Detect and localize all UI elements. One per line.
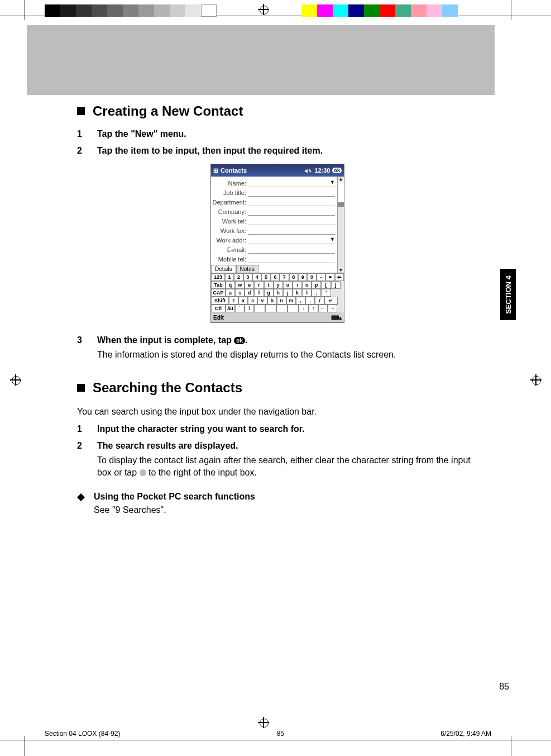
page-content: Creating a New Contact 1 Tap the "New" m… — [27, 25, 511, 696]
keyboard-key[interactable]: w — [235, 281, 245, 289]
keyboard-key[interactable]: n — [277, 297, 286, 305]
keyboard-key[interactable]: v — [257, 297, 267, 305]
keyboard-key[interactable]: m — [286, 297, 296, 305]
keyboard-key[interactable]: , — [296, 297, 305, 305]
keyboard-key[interactable]: e — [245, 281, 254, 289]
square-bullet-icon — [77, 384, 85, 392]
keyboard-key[interactable]: Tab — [211, 281, 226, 289]
pda-field-row[interactable]: Name:▼ — [212, 178, 336, 188]
keyboard-key[interactable]: k — [293, 289, 302, 297]
heading-searching-contacts: Searching the Contacts — [77, 380, 478, 396]
pda-tab-notes[interactable]: Notes — [236, 265, 258, 273]
keyboard-key[interactable]: 7 — [280, 273, 289, 281]
keyboard-key[interactable]: g — [264, 289, 274, 297]
keyboard-key[interactable]: z — [229, 297, 238, 305]
keyboard-key[interactable] — [276, 305, 288, 312]
keyboard-key[interactable]: c — [248, 297, 257, 305]
keyboard-key[interactable]: r — [254, 281, 263, 289]
step-1: 1 Tap the "New" menu. — [77, 129, 478, 139]
diamond-bullet-icon — [77, 489, 85, 497]
keyboard-key[interactable]: 5 — [261, 273, 270, 281]
pda-app-title: Contacts — [221, 167, 247, 174]
sub-body: See "9 Searches". — [94, 505, 478, 515]
keyboard-key[interactable]: = — [325, 273, 334, 281]
keyboard-key[interactable]: ; — [312, 289, 321, 297]
keyboard-key[interactable]: 8 — [289, 273, 298, 281]
keyboard-key[interactable]: ↵ — [324, 297, 338, 305]
pda-ok-button[interactable]: ok — [332, 168, 342, 173]
keyboard-key[interactable]: áü — [226, 305, 235, 312]
page-number: 85 — [499, 682, 509, 692]
pda-titlebar: ⊞ Contacts ◀ᛃ 12:30 ok — [211, 164, 344, 177]
pda-field-row[interactable]: E-mail: — [212, 245, 336, 254]
keyboard-key[interactable]: . — [305, 297, 315, 305]
keyboard-key[interactable]: 2 — [234, 273, 243, 281]
keyboard-key[interactable]: x — [238, 297, 248, 305]
keyboard-key[interactable] — [265, 305, 276, 312]
pda-tab-details[interactable]: Details — [211, 265, 236, 273]
keyboard-key[interactable]: y — [274, 281, 283, 289]
pda-field-row[interactable]: Work addr:▼ — [212, 235, 336, 245]
keyboard-key[interactable]: 0 — [307, 273, 316, 281]
keyboard-key[interactable]: d — [245, 289, 254, 297]
keyboard-key[interactable]: ← — [318, 305, 328, 312]
step-2: 2 Tap the item to be input, then input t… — [77, 146, 478, 156]
pda-scrollbar[interactable]: ▲▼ — [337, 177, 344, 273]
keyboard-key[interactable]: o — [302, 281, 312, 289]
keyboard-key[interactable]: / — [315, 297, 324, 305]
keyboard-key[interactable]: j — [283, 289, 293, 297]
keyboard-key[interactable]: h — [274, 289, 283, 297]
crop-marks-bottom — [0, 736, 551, 756]
color-swatches-color — [301, 4, 458, 17]
keyboard-key[interactable]: - — [317, 273, 325, 281]
keyboard-key[interactable]: Ctl — [211, 305, 226, 312]
pda-keyboard[interactable]: 1231234567890-=⬅Tabqwertyuiop[]CAPasdfgh… — [211, 273, 344, 312]
keyboard-key[interactable]: 123 — [211, 273, 225, 281]
crop-marks-top — [0, 0, 551, 20]
keyboard-toggle-icon[interactable]: ⌨▴ — [331, 315, 342, 321]
keyboard-key[interactable]: ` — [235, 305, 245, 312]
pda-field-row[interactable]: Job title: — [212, 188, 336, 197]
keyboard-key[interactable]: u — [283, 281, 293, 289]
keyboard-key[interactable]: [ — [321, 281, 330, 289]
keyboard-key[interactable]: Shift — [211, 297, 229, 305]
keyboard-key[interactable]: s — [235, 289, 245, 297]
keyboard-key[interactable]: 6 — [271, 273, 280, 281]
pda-field-row[interactable]: Work fax: — [212, 226, 336, 235]
keyboard-key[interactable]: q — [226, 281, 235, 289]
keyboard-key[interactable]: CAP — [211, 289, 226, 297]
keyboard-key[interactable]: ↑ — [309, 305, 318, 312]
keyboard-key[interactable]: 4 — [252, 273, 261, 281]
step-3-body: The information is stored and the displa… — [97, 349, 478, 361]
keyboard-key[interactable]: i — [293, 281, 302, 289]
keyboard-key[interactable]: \ — [245, 305, 254, 312]
keyboard-key[interactable]: ] — [331, 281, 341, 289]
pda-field-row[interactable]: Company: — [212, 207, 336, 216]
keyboard-key[interactable]: l — [302, 289, 312, 297]
keyboard-key[interactable]: → — [328, 305, 337, 312]
registration-mark-left — [10, 374, 21, 386]
keyboard-key[interactable]: f — [254, 289, 263, 297]
keyboard-key[interactable]: b — [267, 297, 277, 305]
keyboard-key[interactable]: t — [264, 281, 274, 289]
keyboard-key[interactable]: a — [226, 289, 235, 297]
pda-field-row[interactable]: Work tel: — [212, 216, 336, 226]
keyboard-key[interactable]: ↓ — [299, 305, 308, 312]
keyboard-key[interactable]: 3 — [243, 273, 252, 281]
pda-field-row[interactable]: Department: — [212, 197, 336, 207]
registration-mark-right — [530, 374, 542, 386]
step-3: 3 When the input is complete, tap ok. — [77, 335, 478, 345]
pda-edit-bar[interactable]: Edit ⌨▴ — [211, 312, 344, 322]
keyboard-key[interactable] — [254, 305, 265, 312]
pda-screenshot: ⊞ Contacts ◀ᛃ 12:30 ok Name:▼Job title:D… — [210, 164, 344, 323]
keyboard-key[interactable] — [288, 305, 299, 312]
search-step-1: 1 Input the character string you want to… — [77, 424, 478, 434]
color-swatches-grey — [45, 4, 217, 17]
keyboard-key[interactable]: p — [312, 281, 321, 289]
keyboard-key[interactable]: 1 — [225, 273, 234, 281]
pda-field-row[interactable]: Mobile tel: — [212, 254, 336, 264]
keyboard-key[interactable]: 9 — [298, 273, 307, 281]
grey-circle-icon — [140, 469, 146, 476]
keyboard-key[interactable]: ' — [321, 289, 330, 297]
keyboard-key[interactable]: ⬅ — [335, 273, 344, 281]
